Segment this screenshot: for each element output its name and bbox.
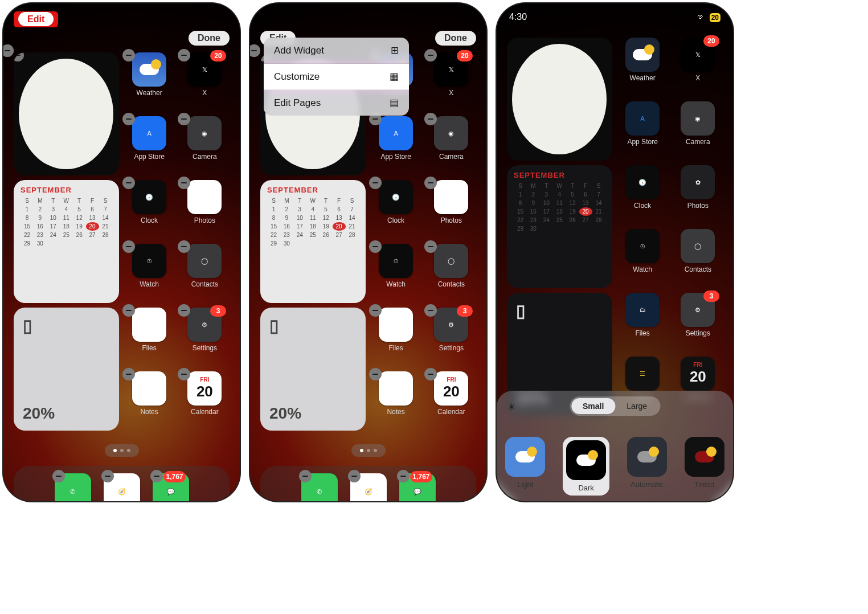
- theme-tinted[interactable]: Tinted: [685, 437, 724, 496]
- theme-light[interactable]: Light: [505, 437, 545, 496]
- remove-icon[interactable]: [14, 52, 24, 62]
- app-watch[interactable]: ⌚︎Watch: [125, 244, 174, 303]
- remove-icon[interactable]: [101, 470, 114, 482]
- app-photos[interactable]: ✿Photos: [427, 180, 476, 239]
- remove-icon[interactable]: [369, 177, 382, 189]
- app-calendar-icon[interactable]: FRI20Calendar: [427, 371, 476, 431]
- remove-icon[interactable]: [122, 240, 135, 253]
- remove-icon[interactable]: [424, 49, 437, 62]
- menu-customize[interactable]: Customize▦: [264, 64, 409, 90]
- app-contacts[interactable]: ◯Contacts: [180, 244, 230, 303]
- remove-icon[interactable]: [178, 49, 190, 62]
- app-photos[interactable]: ✿Photos: [673, 165, 723, 224]
- app-x[interactable]: 20𝕏X: [427, 52, 476, 112]
- app-notes[interactable]: ☰Notes: [371, 371, 421, 431]
- remove-icon[interactable]: [299, 470, 312, 482]
- remove-icon[interactable]: [178, 304, 190, 317]
- app-weather[interactable]: Weather: [618, 38, 668, 97]
- remove-icon[interactable]: [122, 368, 135, 380]
- remove-icon[interactable]: [122, 49, 135, 62]
- dock-phone[interactable]: ✆: [55, 473, 91, 501]
- batteries-widget[interactable]: ▯20%: [260, 308, 366, 431]
- app-settings[interactable]: 3⚙︎Settings: [427, 308, 476, 367]
- calendar-widget[interactable]: SEPTEMBER SMTWTFS 1234567 891011121314 1…: [260, 180, 366, 303]
- dock-safari[interactable]: 🧭: [350, 473, 387, 501]
- app-contacts[interactable]: ◯Contacts: [427, 244, 476, 303]
- done-button[interactable]: Done: [435, 31, 476, 46]
- app-files[interactable]: 🗂Files: [618, 293, 668, 352]
- app-calendar-icon[interactable]: FRI20Calendar: [180, 371, 230, 431]
- app-files[interactable]: 🗂Files: [371, 308, 421, 367]
- clock-widget[interactable]: [507, 38, 612, 161]
- brightness-icon[interactable]: ☀︎: [507, 401, 516, 414]
- page-indicator[interactable]: [351, 444, 386, 457]
- app-camera[interactable]: ◉Camera: [180, 116, 230, 175]
- app-x[interactable]: 20𝕏X: [673, 38, 723, 97]
- remove-icon[interactable]: [122, 113, 135, 125]
- remove-icon[interactable]: [397, 470, 410, 482]
- menu-edit-pages[interactable]: Edit Pages▤: [264, 90, 409, 116]
- app-settings[interactable]: 3⚙︎Settings: [673, 293, 723, 352]
- remove-icon[interactable]: [178, 240, 190, 253]
- segment-small[interactable]: Small: [571, 398, 615, 414]
- app-clock[interactable]: 🕟Clock: [618, 165, 668, 224]
- done-button[interactable]: Done: [189, 31, 230, 46]
- dock-safari[interactable]: 🧭: [104, 473, 140, 501]
- app-camera[interactable]: ◉Camera: [673, 101, 723, 161]
- customize-panel: ☀︎ Small Large Light Dark Automatic Tint…: [497, 391, 733, 501]
- remove-icon[interactable]: [424, 177, 437, 189]
- app-watch[interactable]: ⌚︎Watch: [618, 229, 668, 288]
- add-widget-icon: ⊞: [391, 44, 399, 56]
- clock-widget[interactable]: [14, 52, 119, 175]
- remove-icon[interactable]: [369, 368, 382, 380]
- menu-add-widget[interactable]: Add Widget⊞: [264, 38, 409, 64]
- app-x[interactable]: 20𝕏X: [180, 52, 230, 112]
- dock: ✆ 🧭 1,767💬: [260, 466, 476, 501]
- remove-icon[interactable]: [122, 177, 135, 189]
- customize-icon: ▦: [390, 71, 399, 83]
- remove-icon[interactable]: [424, 240, 437, 253]
- dock-messages[interactable]: 1,767💬: [153, 473, 189, 501]
- remove-icon[interactable]: [424, 368, 437, 380]
- theme-automatic[interactable]: Automatic: [627, 437, 667, 496]
- remove-icon[interactable]: [178, 113, 190, 125]
- app-camera[interactable]: ◉Camera: [427, 116, 476, 175]
- app-weather[interactable]: Weather: [125, 52, 174, 112]
- app-files[interactable]: 🗂Files: [125, 308, 174, 367]
- remove-icon[interactable]: [150, 470, 163, 482]
- app-watch[interactable]: ⌚︎Watch: [371, 244, 421, 303]
- page-indicator[interactable]: [105, 444, 139, 457]
- app-appstore[interactable]: AApp Store: [125, 116, 174, 175]
- dock-messages[interactable]: 1,767💬: [399, 473, 436, 501]
- app-clock[interactable]: 🕟Clock: [125, 180, 174, 239]
- app-settings[interactable]: 3⚙︎Settings: [180, 308, 230, 367]
- calendar-widget[interactable]: SEPTEMBER SMTWTFS 1234567 891011121314 1…: [507, 165, 612, 288]
- remove-icon[interactable]: [122, 304, 135, 317]
- edit-button[interactable]: Edit: [18, 12, 54, 26]
- screenshot-1-edit-mode: Edit Done Weather 20𝕏X AApp Store ◉Camer…: [3, 3, 240, 501]
- remove-icon[interactable]: [52, 470, 65, 482]
- theme-dark[interactable]: Dark: [563, 437, 609, 496]
- dock: ✆ 🧭 1,767💬: [14, 466, 230, 501]
- remove-icon[interactable]: [369, 240, 382, 253]
- remove-icon[interactable]: [178, 177, 190, 189]
- segment-large[interactable]: Large: [615, 398, 658, 414]
- calendar-widget[interactable]: SEPTEMBER SMTWTFS 1234567 891011121314 1…: [14, 180, 119, 303]
- remove-icon[interactable]: [369, 304, 382, 317]
- remove-icon[interactable]: [424, 113, 437, 125]
- home-grid: Weather 20𝕏X AApp Store ◉Camera SEPTEMBE…: [497, 33, 733, 420]
- icon-size-segment[interactable]: Small Large: [570, 396, 660, 416]
- app-appstore[interactable]: AApp Store: [618, 101, 668, 161]
- app-notes[interactable]: ☰Notes: [125, 371, 174, 431]
- batteries-widget[interactable]: ▯ 20%: [14, 308, 119, 431]
- app-contacts[interactable]: ◯Contacts: [673, 229, 723, 288]
- app-clock[interactable]: 🕟Clock: [371, 180, 421, 239]
- app-photos[interactable]: ✿Photos: [180, 180, 230, 239]
- remove-icon[interactable]: [424, 304, 437, 317]
- status-time: 4:30: [509, 12, 527, 22]
- app-appstore[interactable]: AApp Store: [371, 116, 421, 175]
- badge: 1,767: [163, 471, 185, 482]
- dock-phone[interactable]: ✆: [301, 473, 338, 501]
- remove-icon[interactable]: [348, 470, 361, 482]
- remove-icon[interactable]: [178, 368, 190, 380]
